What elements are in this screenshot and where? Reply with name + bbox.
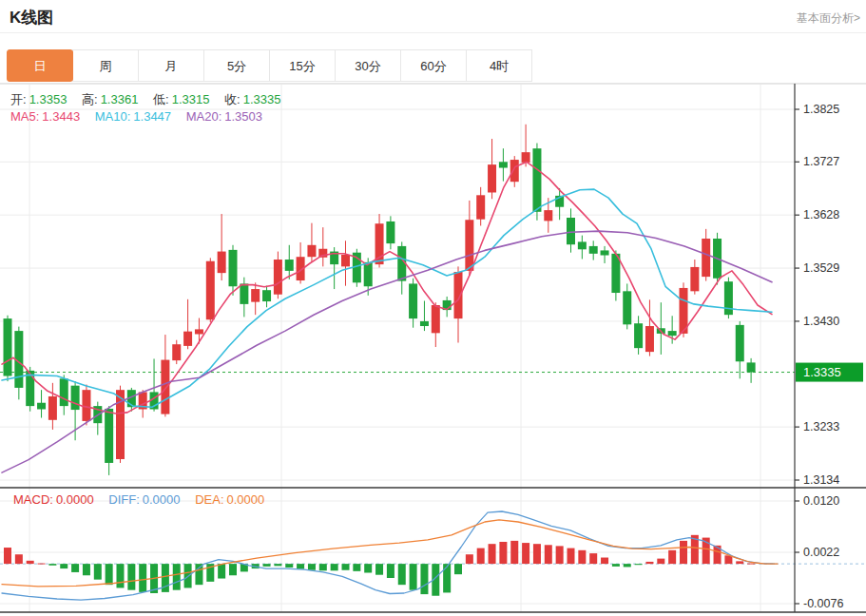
svg-text:0.0022: 0.0022 (803, 546, 839, 559)
svg-text:1.3233: 1.3233 (803, 420, 839, 433)
fundamental-analysis-link[interactable]: 基本面分析> (797, 10, 860, 27)
close-value: 1.3335 (243, 92, 281, 106)
dea-label: DEA: (195, 492, 223, 507)
close-label: 收: (224, 92, 241, 106)
ma10-value: 1.3447 (133, 109, 171, 124)
kline-chart-canvas[interactable]: 1.38251.37271.36281.35291.34301.32331.31… (0, 84, 866, 616)
high-label: 高: (82, 92, 98, 106)
svg-text:1.3727: 1.3727 (803, 155, 839, 168)
dea-value: 0.0000 (227, 492, 265, 507)
tab-monthly[interactable]: 月 (138, 49, 204, 82)
macd-value: 0.0000 (56, 492, 94, 507)
svg-text:1.3430: 1.3430 (803, 315, 839, 328)
tab-daily[interactable]: 日 (7, 49, 73, 82)
tab-30min[interactable]: 30分 (335, 49, 401, 82)
ma10-label: MA10: (95, 109, 131, 124)
ma5-label: MA5: (10, 109, 39, 124)
svg-text:1.3825: 1.3825 (803, 103, 839, 116)
low-value: 1.3315 (172, 92, 210, 106)
macd-label: MACD: (13, 492, 53, 507)
tab-5min[interactable]: 5分 (203, 49, 270, 82)
ma20-label: MA20: (186, 109, 222, 124)
tab-4hour[interactable]: 4时 (466, 49, 532, 82)
macd-readout: MACD:0.0000 DIFF:0.0000 DEA:0.0000 (13, 492, 267, 507)
ma20-value: 1.3503 (224, 109, 262, 124)
interval-tabs: 日 周 月 5分 15分 30分 60分 4时 (8, 49, 532, 82)
diff-value: 0.0000 (143, 492, 181, 507)
page-title: K线图 (10, 7, 53, 29)
tab-weekly[interactable]: 周 (72, 49, 139, 82)
page-header: K线图 基本面分析> (0, 0, 866, 33)
open-value: 1.3353 (29, 92, 67, 106)
svg-text:1.3628: 1.3628 (803, 208, 839, 221)
open-label: 开: (10, 92, 27, 106)
svg-text:-0.0076: -0.0076 (803, 597, 843, 610)
svg-text:1.3335: 1.3335 (803, 365, 841, 379)
svg-text:1.3529: 1.3529 (803, 261, 839, 275)
svg-text:1.3134: 1.3134 (803, 473, 839, 487)
ma-readout: MA5:1.3443 MA10:1.3447 MA20:1.3503 (10, 109, 265, 124)
high-value: 1.3361 (101, 92, 139, 106)
tab-60min[interactable]: 60分 (400, 49, 467, 82)
ma5-value: 1.3443 (42, 109, 80, 124)
diff-label: DIFF: (108, 492, 140, 507)
low-label: 低: (153, 92, 169, 106)
tab-15min[interactable]: 15分 (269, 49, 336, 82)
ohlc-readout: 开:1.3353 高:1.3361 低:1.3315 收:1.3335 (10, 91, 283, 108)
svg-text:0.0120: 0.0120 (803, 494, 839, 508)
